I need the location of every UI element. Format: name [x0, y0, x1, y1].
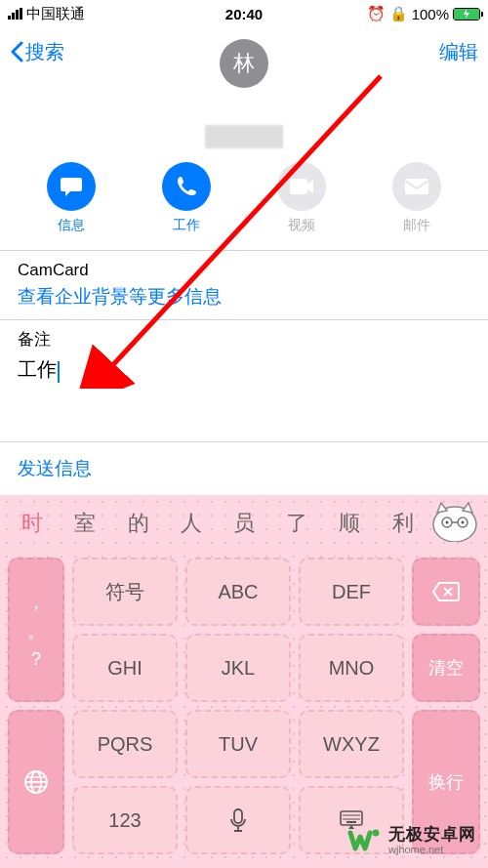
notes-cell[interactable]: 备注 工作	[0, 320, 488, 441]
key-jkl[interactable]: JKL	[185, 634, 291, 702]
contact-name-redacted	[205, 125, 283, 148]
key-mno[interactable]: MNO	[299, 634, 404, 702]
status-time: 20:40	[225, 6, 263, 22]
phone-icon	[162, 162, 211, 211]
back-label: 搜索	[25, 39, 64, 65]
mail-button: 邮件	[392, 162, 441, 234]
video-icon	[277, 162, 326, 211]
svg-point-7	[446, 521, 449, 524]
orientation-lock-icon: 🔒	[389, 5, 408, 22]
key-tuv[interactable]: TUV	[185, 710, 291, 778]
chevron-left-icon	[10, 41, 23, 62]
svg-rect-0	[290, 179, 307, 194]
video-label: 视频	[288, 217, 315, 234]
key-123[interactable]: 123	[72, 786, 178, 854]
keyboard: 时 室 的 人 员 了 顺 利 中 ， 。 ? 符号 ABC DEF GHI J…	[0, 495, 488, 868]
key-clear[interactable]: 清空	[412, 634, 480, 702]
candidate[interactable]: 利	[377, 509, 429, 538]
edit-button[interactable]: 编辑	[439, 39, 478, 65]
mail-icon	[392, 162, 441, 211]
key-globe[interactable]	[8, 710, 64, 854]
camcard-title: CamCard	[18, 261, 470, 280]
key-punctuation[interactable]: ， 。 ?	[8, 558, 64, 702]
signal-icon	[8, 8, 22, 20]
key-backspace[interactable]	[412, 558, 480, 626]
message-icon	[47, 162, 96, 211]
svg-point-19	[373, 830, 380, 837]
battery-charging-icon	[454, 9, 479, 20]
watermark: 无极安卓网 wjhome.net	[344, 821, 480, 860]
video-button: 视频	[277, 162, 326, 234]
camcard-cell[interactable]: CamCard 查看企业背景等更多信息	[0, 251, 488, 319]
key-ghi[interactable]: GHI	[72, 634, 178, 702]
candidate-bar: 时 室 的 人 员 了 顺 利 中	[0, 495, 488, 552]
key-def[interactable]: DEF	[299, 558, 404, 626]
key-pqrs[interactable]: PQRS	[72, 710, 178, 778]
message-label: 信息	[58, 217, 85, 234]
mail-label: 邮件	[403, 217, 430, 234]
key-symbols[interactable]: 符号	[72, 558, 178, 626]
watermark-logo-icon	[347, 823, 383, 858]
battery-percent: 100%	[412, 6, 449, 22]
backspace-icon	[431, 581, 461, 602]
svg-rect-1	[405, 179, 428, 194]
message-button[interactable]: 信息	[47, 162, 96, 234]
action-row: 信息 工作 视频 邮件	[0, 162, 488, 250]
alarm-icon: ⏰	[367, 5, 386, 22]
status-bar: 中国联通 20:40 ⏰ 🔒 100%	[0, 0, 488, 27]
watermark-url: wjhome.net	[388, 844, 476, 855]
watermark-name: 无极安卓网	[388, 826, 476, 845]
send-message-button[interactable]: 发送信息	[0, 442, 488, 495]
candidate[interactable]: 室	[59, 509, 111, 538]
svg-point-8	[462, 521, 465, 524]
candidate[interactable]: 的	[111, 509, 164, 538]
candidate[interactable]: 人	[165, 509, 218, 538]
battery-icon	[453, 8, 480, 21]
microphone-icon	[229, 807, 247, 833]
call-button[interactable]: 工作	[162, 162, 211, 234]
candidate[interactable]: 了	[270, 509, 323, 538]
avatar: 林	[220, 39, 268, 88]
carrier-label: 中国联通	[26, 5, 85, 23]
key-voice[interactable]	[185, 786, 291, 854]
key-abc[interactable]: ABC	[185, 558, 291, 626]
keyboard-mascot-icon	[427, 499, 482, 542]
candidate[interactable]: 时	[6, 509, 59, 538]
candidate[interactable]: 员	[218, 509, 270, 538]
camcard-link: 查看企业背景等更多信息	[18, 284, 470, 310]
call-label: 工作	[173, 217, 200, 234]
globe-icon	[23, 769, 49, 795]
notes-label: 备注	[18, 328, 470, 351]
key-wxyz[interactable]: WXYZ	[299, 710, 404, 778]
text-cursor	[58, 361, 60, 383]
svg-rect-14	[234, 809, 242, 823]
notes-input[interactable]: 工作	[18, 356, 57, 383]
back-button[interactable]: 搜索	[10, 39, 64, 65]
candidate[interactable]: 顺	[323, 509, 376, 538]
